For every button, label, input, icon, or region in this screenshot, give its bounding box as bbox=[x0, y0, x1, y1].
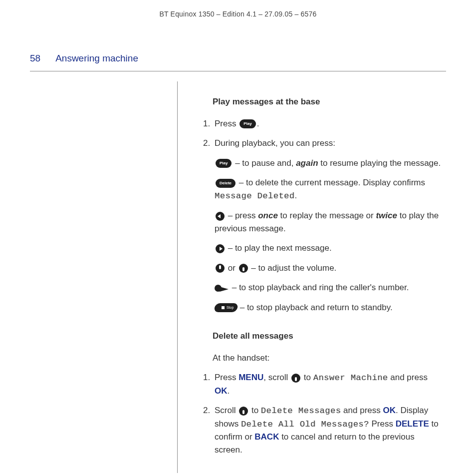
next-icon bbox=[216, 244, 225, 253]
prev-icon bbox=[216, 212, 225, 221]
text: to bbox=[249, 406, 261, 415]
playback-option: – to play the next message. bbox=[215, 242, 441, 255]
emphasis: twice bbox=[376, 211, 397, 220]
text: – to delete the current message. Display… bbox=[237, 178, 425, 187]
section-title: Answering machine bbox=[55, 53, 138, 64]
dial-icon bbox=[215, 284, 230, 293]
playback-option: – press once to replay the message or tw… bbox=[215, 209, 441, 235]
text: – to stop playback and ring the caller's… bbox=[230, 283, 409, 292]
subheading-delete: Delete all messages bbox=[213, 330, 441, 343]
display-text: Message Deleted bbox=[215, 191, 295, 201]
text: – to stop playback and return to standby… bbox=[238, 303, 393, 312]
text: – press bbox=[226, 211, 258, 220]
intro-text: At the handset: bbox=[213, 352, 441, 365]
text: to resume playing the message. bbox=[318, 158, 441, 168]
divider bbox=[30, 71, 446, 71]
ok-key: OK bbox=[215, 386, 228, 396]
text: . bbox=[228, 386, 230, 396]
text: – to adjust the volume. bbox=[249, 263, 337, 273]
play-button-icon: Play bbox=[216, 159, 232, 168]
text: During playback, you can press: bbox=[215, 138, 335, 148]
text: Press bbox=[215, 119, 238, 128]
play-step-2: During playback, you can press: Play – t… bbox=[213, 137, 441, 314]
delete-button-icon: Delete bbox=[216, 179, 236, 188]
emphasis: once bbox=[258, 211, 278, 220]
playback-options: Play – to pause and, again to resume pla… bbox=[215, 157, 441, 314]
document-header: BT Equinox 1350 – Edition 4.1 – 27.09.05… bbox=[30, 10, 446, 18]
scroll-down-icon bbox=[291, 374, 300, 383]
playback-option: Play – to pause and, again to resume pla… bbox=[215, 157, 441, 170]
playback-option: Stop – to stop playback and return to st… bbox=[215, 301, 441, 314]
document-page: BT Equinox 1350 – Edition 4.1 – 27.09.05… bbox=[0, 0, 476, 475]
delete-step-2: Scroll to Delete Messages and press OK. … bbox=[213, 404, 441, 456]
subheading-play: Play messages at the base bbox=[213, 95, 441, 108]
playback-option: – to stop playback and ring the caller's… bbox=[215, 281, 441, 294]
delete-key: DELETE bbox=[396, 419, 429, 429]
scroll-down-icon bbox=[239, 407, 248, 416]
title-row: 58 Answering machine bbox=[30, 53, 446, 64]
text: – to pause and, bbox=[233, 158, 296, 168]
text: . bbox=[295, 191, 297, 200]
emphasis: again bbox=[296, 158, 318, 168]
text: and press bbox=[388, 373, 428, 382]
delete-step-1: Press MENU, scroll to Answer Machine and… bbox=[213, 371, 441, 397]
ok-key: OK bbox=[383, 406, 396, 415]
volume-down-icon bbox=[239, 264, 248, 273]
back-key: BACK bbox=[254, 432, 279, 442]
playback-option: Delete – to delete the current message. … bbox=[215, 176, 441, 202]
play-button-icon: Play bbox=[239, 119, 255, 128]
text: or bbox=[226, 263, 238, 273]
text: , scroll bbox=[263, 373, 290, 382]
text: Scroll bbox=[215, 406, 238, 415]
display-text: Answer Machine bbox=[313, 373, 388, 383]
page-number: 58 bbox=[30, 53, 40, 64]
right-column: Play messages at the base Press Play. Du… bbox=[178, 81, 446, 473]
playback-option: or – to adjust the volume. bbox=[215, 262, 441, 275]
menu-key: MENU bbox=[238, 373, 263, 382]
text: Press bbox=[215, 373, 238, 382]
play-steps-list: Press Play. During playback, you can pre… bbox=[198, 117, 441, 314]
volume-up-icon bbox=[216, 264, 225, 273]
text: to replay the message or bbox=[278, 211, 376, 220]
text: – to play the next message. bbox=[226, 243, 332, 253]
left-column bbox=[30, 81, 178, 473]
display-text: Delete All Old Messages? bbox=[241, 420, 369, 429]
delete-steps-list: Press MENU, scroll to Answer Machine and… bbox=[198, 371, 441, 456]
display-text: Delete Messages bbox=[261, 406, 341, 416]
text: to bbox=[301, 373, 313, 382]
play-step-1: Press Play. bbox=[213, 117, 441, 130]
text: . bbox=[257, 119, 259, 128]
stop-icon: Stop bbox=[214, 303, 238, 312]
text: and press bbox=[341, 406, 383, 415]
content-columns: Play messages at the base Press Play. Du… bbox=[30, 81, 446, 473]
text: Press bbox=[369, 419, 396, 429]
